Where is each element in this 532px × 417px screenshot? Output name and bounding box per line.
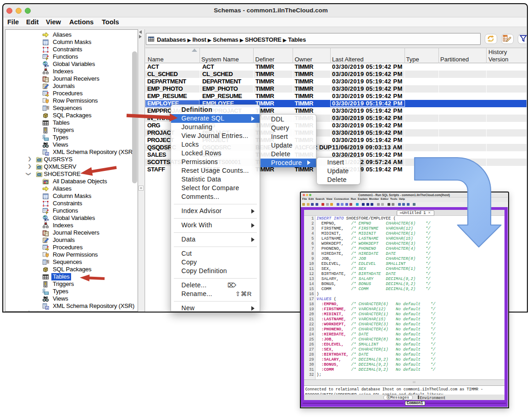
svg-text:X=: X= bbox=[44, 63, 49, 67]
svg-text:X=: X= bbox=[44, 217, 49, 221]
svg-text:10: 10 bbox=[47, 108, 49, 110]
svg-text:10: 10 bbox=[47, 262, 49, 264]
